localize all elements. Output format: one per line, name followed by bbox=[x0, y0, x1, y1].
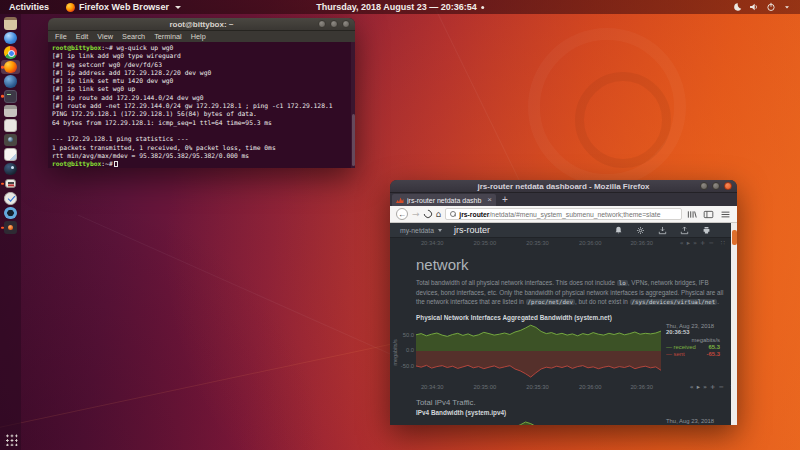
scrollbar-thumb[interactable] bbox=[732, 230, 737, 245]
maximize-button[interactable] bbox=[712, 182, 720, 190]
url-bar[interactable]: jrs-router/netdata/#menu_system_submenu_… bbox=[445, 208, 682, 220]
terminal-line: [#] wg setconf wg0 /dev/fd/63 bbox=[52, 61, 349, 69]
new-tab-button[interactable]: + bbox=[496, 195, 514, 205]
dock-item-software-updater[interactable] bbox=[1, 191, 20, 206]
zoom-out-icon[interactable]: − bbox=[718, 383, 723, 391]
x-tick-label: 20:36:30 bbox=[630, 384, 653, 390]
resize-handle-icon[interactable]: ∷ bbox=[721, 239, 725, 247]
terminal-output[interactable]: root@bittybox:~# wg-quick up wg0[#] ip l… bbox=[48, 42, 355, 168]
chart-system-net[interactable]: Physical Network Interfaces Aggregated B… bbox=[390, 314, 737, 391]
play-icon[interactable]: ▸ bbox=[687, 239, 690, 247]
caret-down-icon bbox=[783, 3, 791, 11]
section-heading: network bbox=[416, 256, 737, 273]
tab-netdata-dashboard[interactable]: jrs-router netdata dashb × bbox=[392, 194, 496, 206]
dock-item-remmina[interactable] bbox=[1, 206, 20, 221]
legend-row-sent[interactable]: — sent-65.3 bbox=[666, 351, 720, 357]
menu-edit[interactable]: Edit bbox=[76, 32, 89, 41]
legend-units: megabits/s bbox=[666, 337, 720, 343]
menu-search[interactable]: Search bbox=[122, 32, 145, 41]
chart-system-ipv4[interactable]: IPv4 Bandwidth (system.ipv4) 50.0Thu, Au… bbox=[390, 409, 737, 425]
firefox-titlebar[interactable]: jrs-router netdata dashboard - Mozilla F… bbox=[390, 180, 737, 193]
netdata-host-name[interactable]: jrs-router bbox=[454, 225, 490, 235]
bell-icon[interactable] bbox=[614, 226, 623, 235]
dock-item-terminal[interactable] bbox=[1, 89, 20, 104]
close-button[interactable] bbox=[724, 182, 732, 190]
dock-item-media-app[interactable] bbox=[1, 220, 20, 235]
reload-button[interactable] bbox=[422, 208, 433, 219]
maximize-button[interactable] bbox=[330, 20, 338, 28]
menu-help[interactable]: Help bbox=[191, 32, 206, 41]
dock-item-text-editor[interactable] bbox=[1, 118, 20, 133]
content-scrollbar[interactable] bbox=[731, 223, 737, 425]
chart-plot-area[interactable] bbox=[416, 323, 661, 383]
home-button[interactable]: ⌂ bbox=[436, 210, 442, 219]
minimize-button[interactable] bbox=[700, 182, 708, 190]
dock-item-libreoffice[interactable] bbox=[1, 104, 20, 119]
gear-icon[interactable] bbox=[636, 226, 645, 235]
library-icon[interactable] bbox=[686, 209, 697, 220]
my-netdata-menu-button[interactable]: my-netdata bbox=[400, 227, 442, 234]
menu-view[interactable]: View bbox=[97, 32, 113, 41]
terminal-menubar: FileEditViewSearchTerminalHelp bbox=[48, 31, 355, 42]
pan-forward-icon[interactable]: » bbox=[693, 239, 697, 247]
export-icon[interactable] bbox=[680, 226, 689, 235]
show-applications-button[interactable] bbox=[4, 433, 17, 446]
y-axis-label: megabits/s bbox=[390, 323, 398, 383]
y-axis-ticks: 50.0 bbox=[398, 418, 416, 425]
legend-date: Thu, Aug 23, 2018 bbox=[666, 323, 720, 329]
zoom-out-icon[interactable]: − bbox=[708, 239, 713, 247]
dock-item-chromium[interactable] bbox=[1, 31, 20, 46]
legend-series-value: 65.3 bbox=[709, 344, 720, 350]
play-icon[interactable]: ▸ bbox=[697, 383, 700, 391]
inline-code: /sys/devices/virtual/net bbox=[630, 299, 718, 305]
back-button[interactable]: ← bbox=[396, 208, 408, 220]
chart-plot-area[interactable] bbox=[416, 418, 661, 425]
dock-item-screenshot-tool[interactable] bbox=[1, 133, 20, 148]
terminal-line: 1 packets transmitted, 1 received, 0% pa… bbox=[52, 144, 349, 152]
running-indicator bbox=[1, 226, 4, 229]
clock-button[interactable]: Thursday, 2018 August 23 — 20:36:54 bbox=[316, 0, 484, 14]
sidebar-icon[interactable] bbox=[703, 209, 714, 220]
menu-icon[interactable] bbox=[720, 209, 731, 220]
menu-terminal[interactable]: Terminal bbox=[154, 32, 182, 41]
volume-icon bbox=[749, 2, 759, 12]
wallpaper-circle bbox=[575, 72, 671, 168]
dock-item-steam[interactable] bbox=[1, 162, 20, 177]
terminal-line: root@bittybox:~# bbox=[52, 160, 349, 168]
zoom-in-icon[interactable]: + bbox=[700, 239, 705, 247]
dock bbox=[0, 14, 21, 450]
dock-item-thunderbird[interactable] bbox=[1, 74, 20, 89]
pan-backward-icon[interactable]: « bbox=[690, 383, 694, 391]
terminal-titlebar[interactable]: root@bittybox: ~ bbox=[48, 18, 355, 31]
activities-button[interactable]: Activities bbox=[0, 0, 58, 14]
dock-item-firefox[interactable] bbox=[1, 60, 20, 75]
menu-file[interactable]: File bbox=[55, 32, 67, 41]
terminal-line: --- 172.29.128.1 ping statistics --- bbox=[52, 135, 349, 143]
terminal-scrollbar[interactable] bbox=[351, 42, 355, 168]
inline-code: /proc/net/dev bbox=[526, 299, 575, 305]
dock-item-chrome[interactable] bbox=[1, 45, 20, 60]
close-button[interactable] bbox=[342, 20, 350, 28]
pan-backward-icon[interactable]: « bbox=[680, 239, 684, 247]
dock-item-document-viewer[interactable] bbox=[1, 147, 20, 162]
forward-button[interactable]: → bbox=[412, 210, 420, 219]
app-menu-button[interactable]: Firefox Web Browser bbox=[58, 0, 189, 14]
power-icon bbox=[766, 2, 776, 12]
search-icon bbox=[450, 211, 456, 217]
dock-item-files[interactable] bbox=[1, 16, 20, 31]
partial-chart-axis: 20:34:3020:35:0020:35:3020:36:0020:36:30… bbox=[416, 239, 727, 248]
tab-close-icon[interactable]: × bbox=[487, 196, 492, 204]
system-tray-menu[interactable] bbox=[724, 0, 800, 14]
libreoffice-icon bbox=[4, 105, 17, 118]
legend-row-received[interactable]: — received65.3 bbox=[666, 344, 720, 350]
dock-item-vnc-viewer[interactable] bbox=[1, 177, 20, 192]
import-icon[interactable] bbox=[658, 226, 667, 235]
running-indicator bbox=[1, 183, 4, 186]
pan-forward-icon[interactable]: » bbox=[703, 383, 707, 391]
firefox-icon bbox=[4, 61, 17, 74]
zoom-in-icon[interactable]: + bbox=[710, 383, 715, 391]
minimize-button[interactable] bbox=[318, 20, 326, 28]
print-icon[interactable] bbox=[702, 226, 711, 235]
thunderbird-icon bbox=[4, 75, 17, 88]
section-description: Total bandwidth of all physical network … bbox=[416, 278, 725, 308]
